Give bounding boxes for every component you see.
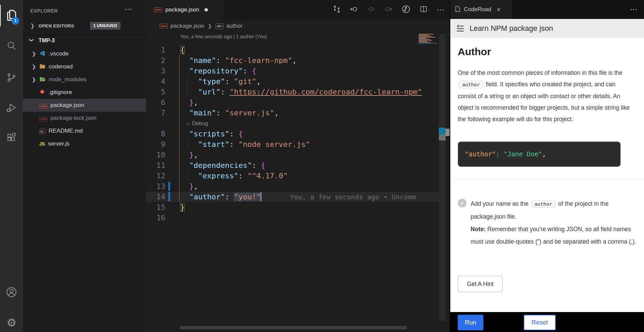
tab-modified-dot[interactable] [205,8,208,12]
code-line-14[interactable]: 14 "author": "you!"You, a few seconds ag… [146,192,439,202]
code-editor[interactable]: 1{2 "name": "fcc-learn-npm",3 "repositor… [146,45,439,223]
npm-icon: npm [39,115,50,121]
play-icon: ▷ [187,121,190,126]
folder-icon [39,63,49,71]
open-changes-icon[interactable] [333,5,341,15]
page-title: Author [458,46,491,58]
file-item-README.md[interactable]: M↓README.md [23,125,146,137]
file-label: .vscode [49,50,69,57]
line-number: 16 [146,213,165,223]
scrollbar-decoration [439,128,446,134]
tutorial-title: Learn NPM package json [470,24,553,33]
run-button[interactable]: Run [458,315,483,330]
chevron-right-icon[interactable]: ❯ [32,64,39,70]
codelens-debug[interactable]: ▷Debug [146,118,439,129]
file-label: package-lock.json [50,115,96,121]
code-line-7[interactable]: 7 "main": "server.js", [146,108,439,118]
divider [450,179,644,179]
navigate-back-icon[interactable] [350,5,358,15]
menu-back-icon[interactable] [456,24,465,33]
tab-coderoad[interactable]: CodeRoad × [450,0,512,19]
minimap[interactable] [419,34,438,48]
code-line-4[interactable]: 4 "type": "git", [146,76,439,87]
settings-gear-icon[interactable]: ⚙ [0,311,23,332]
close-icon[interactable]: × [497,6,501,14]
symbol-string-icon: abc [215,23,223,29]
editor-actions: ⋯ [333,0,445,19]
file-item-node_modules[interactable]: ❯JSnode_modules [23,73,146,86]
tab-package-json[interactable]: npm package.json [146,0,224,19]
tutorial-header: Learn NPM package json [450,19,644,38]
code-line-10[interactable]: 10 }, [146,150,439,160]
file-item-package.json[interactable]: npmpackage.json [23,99,146,112]
reset-button[interactable]: Reset [524,315,556,330]
more-actions-icon[interactable]: ⋯ [437,5,445,14]
code-line-3[interactable]: 3 "repository": { [146,66,439,76]
tab-label: package.json [165,6,199,13]
split-editor-icon[interactable] [420,5,428,15]
panel-more-actions-icon[interactable]: ⋯ [630,5,638,14]
code-line-13[interactable]: 13 }, [146,181,439,192]
task-text: Add your name as the author of the proje… [471,198,638,248]
node-folder-icon: JS [39,76,49,84]
code-example: "author": "Jane Doe", [458,141,621,167]
modified-line-indicator [168,192,170,201]
breadcrumb: npm package.json ❯ abc author [146,19,450,33]
file-label: coderoad [49,63,73,70]
coderoad-run-icon[interactable] [402,5,410,15]
record-icon[interactable] [367,5,375,15]
vscode-window: 1 ⚙ EXPLORER ⋯ ❯ OPEN EDITORS 1 UNSAVED [0,0,644,332]
get-hint-button[interactable]: Get A Hint [458,276,503,292]
code-line-5[interactable]: 5 "url": "https://github.com/coderoad/fc… [146,87,439,97]
file-item-.gitignore[interactable]: .gitignore [23,86,146,99]
search-icon[interactable] [0,34,23,58]
file-item-coderoad[interactable]: ❯coderoad [23,60,146,73]
source-control-icon[interactable] [0,66,23,89]
scrollbar-decoration [439,134,446,140]
file-item-server.js[interactable]: JSserver.js [23,137,146,150]
editor-tab-bar: npm package.json ⋯ [146,0,450,19]
code-line-15[interactable]: 15} [146,202,439,213]
line-number: 8 [146,129,165,139]
minimap-line [419,43,437,44]
open-editors-section[interactable]: ❯ OPEN EDITORS 1 UNSAVED [23,20,146,32]
run-debug-icon[interactable] [0,96,23,119]
chevron-right-icon[interactable]: ❯ [32,51,39,57]
code-line-2[interactable]: 2 "name": "fcc-learn-npm", [146,55,439,66]
js-icon: JS [39,141,48,147]
npm-file-icon: npm [160,24,168,28]
panel-footer: Run Reset [450,312,644,332]
code-line-6[interactable]: 6 }, [146,97,439,108]
file-item-.vscode[interactable]: ❯.vscode [23,47,146,60]
file-label: server.js [48,140,69,147]
code-line-8[interactable]: 8 "scripts": { [146,129,439,139]
line-number: 6 [146,97,165,108]
chevron-right-icon[interactable]: ❯ [32,76,39,83]
vertical-scrollbar[interactable] [439,34,446,321]
explorer-icon[interactable]: 1 [0,3,23,27]
workspace-root[interactable]: ❯ TMP-3 [23,35,146,47]
line-number: 14 [146,192,165,202]
minimap-line [419,40,432,41]
chevron-right-icon: ❯ [208,23,212,29]
code-line-12[interactable]: 12 "express": "^4.17.0" [146,171,439,181]
breadcrumb-symbol[interactable]: author [226,23,242,29]
tab-label: CodeRoad [464,6,491,13]
code-line-1[interactable]: 1{ [146,45,439,55]
code-line-16[interactable]: 16 [146,213,439,223]
account-icon[interactable] [0,280,23,304]
line-number: 10 [146,150,165,160]
minimap-line [419,38,426,39]
line-number: 13 [146,181,165,192]
minimap-line [419,36,431,37]
code-line-11[interactable]: 11 "dependencies": { [146,160,439,171]
extensions-icon[interactable] [0,126,23,149]
panel-tab-bar: CodeRoad × ⋯ [450,0,644,19]
navigate-forward-icon[interactable] [384,5,392,15]
file-label: README.md [49,128,83,134]
breadcrumb-file[interactable]: package.json [170,23,204,29]
code-line-9[interactable]: 9 "start": "node server.js" [146,139,439,150]
horizontal-scrollbar[interactable] [180,326,407,329]
file-item-package-lock.json[interactable]: npmpackage-lock.json [23,112,146,125]
sidebar-more-actions-icon[interactable]: ⋯ [124,5,133,14]
